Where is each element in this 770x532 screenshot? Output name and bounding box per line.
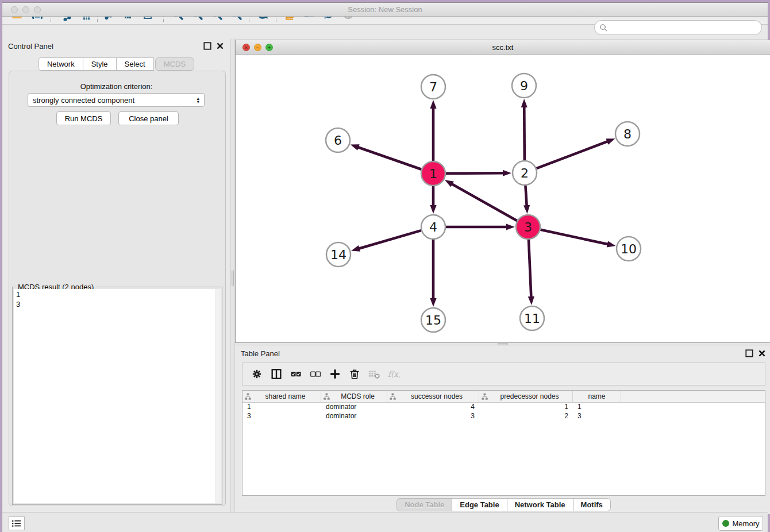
control-panel-title: Control Panel — [8, 42, 199, 51]
choose-columns-button[interactable] — [267, 365, 286, 383]
node-9[interactable]: 9 — [512, 74, 536, 98]
frame-close-button[interactable]: × — [242, 44, 250, 51]
tab-node-table[interactable]: Node Table — [396, 498, 452, 511]
edge-2-3[interactable] — [525, 186, 526, 207]
table-panel-header: Table Panel — [235, 346, 770, 361]
mcds-result-group: MCDS result (2 nodes) 1 3 — [12, 287, 222, 505]
edge-2-8[interactable] — [537, 141, 609, 168]
node-14[interactable]: 14 — [326, 242, 351, 267]
node-label-8: 8 — [623, 127, 632, 141]
edge-arrow-4-15 — [430, 298, 436, 307]
select-all-columns-button[interactable] — [286, 365, 306, 383]
node-15[interactable]: 15 — [421, 308, 445, 332]
tab-mcds[interactable]: MCDS — [155, 57, 194, 71]
column-label: successor nodes — [396, 392, 477, 400]
zoom-window-button[interactable] — [34, 6, 41, 13]
criterion-select[interactable]: strongly connected component ▴▾ — [28, 93, 205, 107]
table-panel: Table Panel f(x) shared nameMCDS rolesuc… — [235, 346, 770, 514]
table-body: 1dominator4113dominator323 — [242, 403, 765, 421]
close-panel-icon[interactable] — [215, 41, 225, 51]
edge-3-10[interactable] — [540, 230, 609, 245]
node-10[interactable]: 10 — [617, 237, 641, 261]
column-header-mcds-role[interactable]: MCDS role — [321, 391, 387, 402]
cell-name[interactable]: 3 — [573, 412, 621, 421]
edge-3-1[interactable] — [451, 183, 517, 221]
task-history-button[interactable] — [9, 516, 25, 530]
node-11[interactable]: 11 — [520, 306, 544, 330]
add-column-icon — [329, 368, 341, 380]
cell-name[interactable]: 1 — [573, 403, 621, 412]
run-mcds-button[interactable]: Run MCDS — [56, 111, 111, 125]
node-4[interactable]: 4 — [421, 215, 445, 239]
edge-3-11[interactable] — [529, 240, 531, 298]
node-8[interactable]: 8 — [615, 122, 640, 146]
desktop: Session: New Session Control Panel Netwo… — [0, 0, 770, 532]
column-header-predecessor-nodes[interactable]: predecessor nodes — [479, 391, 573, 402]
table-header-row: shared nameMCDS rolesuccessor nodesprede… — [242, 391, 765, 403]
node-label-1: 1 — [429, 167, 437, 181]
tab-style[interactable]: Style — [83, 57, 117, 71]
tab-edge-table[interactable]: Edge Table — [452, 498, 507, 511]
network-canvas[interactable]: 7968124314101511 — [236, 55, 770, 342]
search-icon — [599, 24, 608, 32]
float-table-panel-icon[interactable] — [745, 349, 754, 358]
search-input[interactable] — [611, 22, 761, 33]
close-table-panel-icon[interactable] — [757, 349, 767, 358]
select-all-columns-icon — [290, 368, 302, 380]
list-icon — [11, 519, 22, 527]
tab-network[interactable]: Network — [38, 57, 83, 71]
column-header-shared-name[interactable]: shared name — [242, 391, 321, 402]
cell-shared-name[interactable]: 1 — [242, 403, 321, 412]
memory-label: Memory — [733, 519, 760, 528]
float-panel-icon[interactable] — [203, 41, 212, 51]
result-scrollbar[interactable] — [215, 289, 221, 503]
node-7[interactable]: 7 — [421, 75, 445, 99]
vertical-splitter-handle[interactable] — [232, 271, 234, 286]
frame-maximize-button[interactable]: + — [265, 44, 273, 51]
horizontal-splitter-handle[interactable] — [498, 343, 508, 345]
edge-4-14[interactable] — [358, 230, 421, 249]
close-panel-button[interactable]: Close panel — [118, 111, 179, 125]
edge-arrow-2-3 — [523, 205, 530, 214]
edge-arrow-1-4 — [430, 205, 436, 214]
cell-mcds-role[interactable]: dominator — [321, 403, 387, 412]
minimize-window-button[interactable] — [22, 6, 29, 13]
column-header-successor-nodes[interactable]: successor nodes — [387, 391, 479, 402]
vertical-splitter[interactable] — [230, 38, 235, 512]
window-titlebar: Session: New Session — [2, 3, 768, 17]
cell-successor-nodes[interactable]: 4 — [387, 403, 479, 412]
edge-arrow-2-8 — [606, 138, 615, 145]
cell-shared-name[interactable]: 3 — [242, 412, 321, 421]
edge-2-9[interactable] — [524, 106, 525, 160]
node-1[interactable]: 1 — [421, 161, 445, 186]
tab-network-table[interactable]: Network Table — [507, 498, 573, 511]
cell-predecessor-nodes[interactable]: 2 — [479, 412, 573, 421]
function-builder-icon: f(x) — [387, 368, 400, 380]
close-window-button[interactable] — [11, 6, 18, 13]
delete-column-button[interactable] — [345, 365, 364, 383]
settings-gear-button[interactable] — [247, 365, 267, 383]
frame-minimize-button[interactable]: − — [254, 44, 261, 51]
cell-successor-nodes[interactable]: 3 — [387, 412, 479, 421]
column-header-name[interactable]: name — [573, 391, 621, 402]
network-graph: 7968124314101511 — [236, 55, 770, 342]
node-label-10: 10 — [621, 242, 637, 256]
edge-1-6[interactable] — [357, 147, 421, 169]
table-tabs: Node TableEdge TableNetwork TableMotifs — [235, 498, 770, 511]
mcds-result-text[interactable]: 1 3 — [14, 289, 215, 503]
node-6[interactable]: 6 — [326, 128, 350, 152]
column-tree-icon — [323, 393, 330, 400]
deselect-all-columns-button[interactable] — [306, 365, 325, 383]
tab-select[interactable]: Select — [116, 57, 154, 71]
function-builder-button: f(x) — [384, 365, 403, 383]
node-label-2: 2 — [521, 166, 529, 180]
add-column-button[interactable] — [325, 365, 345, 383]
edge-1-2[interactable] — [446, 173, 505, 174]
memory-button[interactable]: Memory — [718, 516, 763, 531]
cell-mcds-role[interactable]: dominator — [321, 412, 387, 421]
cell-predecessor-nodes[interactable]: 1 — [479, 403, 573, 412]
control-panel: Control Panel NetworkStyleSelectMCDS Opt… — [2, 38, 230, 512]
node-3[interactable]: 3 — [516, 215, 540, 239]
tab-motifs[interactable]: Motifs — [573, 498, 611, 511]
node-2[interactable]: 2 — [513, 161, 537, 185]
